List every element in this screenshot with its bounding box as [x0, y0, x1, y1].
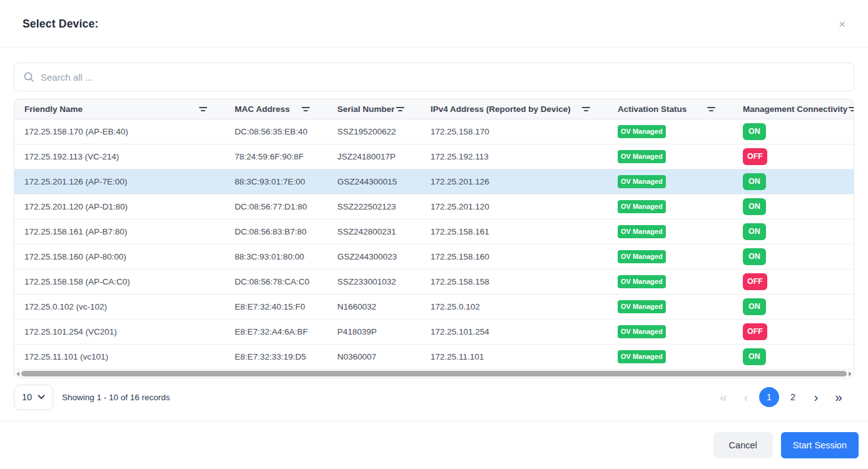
cell-friendly-name: 172.25.158.161 (AP-B7:80): [14, 219, 225, 244]
cell-activation-status: OV Managed: [608, 144, 733, 169]
cell-mac-address: DC:08:56:78:CA:C0: [225, 270, 327, 294]
cell-activation-status: OV Managed: [608, 119, 733, 144]
connectivity-badge: ON: [743, 248, 766, 265]
table-row[interactable]: 172.25.201.120 (AP-D1:80)DC:08:56:77:D1:…: [14, 194, 854, 219]
column-header-4: IPv4 Address (Reported by Device): [421, 99, 608, 119]
page-button-1[interactable]: 1: [759, 387, 779, 407]
cell-ipv4-address: 172.25.192.113: [421, 144, 608, 169]
column-header-6: Management Connectivity: [733, 99, 854, 119]
cell-mac-address: DC:08:56:35:EB:40: [225, 119, 327, 144]
cell-ipv4-address: 172.25.201.126: [421, 169, 608, 194]
cell-activation-status: OV Managed: [608, 345, 733, 369]
cell-management-connectivity: ON: [733, 219, 854, 244]
filter-icon[interactable]: [198, 106, 208, 113]
activation-status-badge: OV Managed: [618, 250, 666, 263]
cell-mac-address: E8:E7:32:40:15:F0: [225, 295, 327, 319]
cell-ipv4-address: 172.25.158.158: [421, 270, 608, 294]
filter-icon[interactable]: [395, 106, 406, 113]
activation-status-badge: OV Managed: [618, 225, 666, 238]
cancel-button[interactable]: Cancel: [713, 432, 773, 458]
cell-activation-status: OV Managed: [608, 320, 733, 344]
filter-icon[interactable]: [847, 106, 854, 113]
cell-activation-status: OV Managed: [608, 295, 733, 319]
cell-friendly-name: 172.25.192.113 (VC-214): [14, 144, 225, 169]
table-row[interactable]: 172.25.201.126 (AP-7E:00)88:3C:93:01:7E:…: [14, 169, 854, 194]
connectivity-badge: ON: [743, 223, 766, 240]
page-button-2[interactable]: 2: [783, 387, 803, 407]
activation-status-badge: OV Managed: [618, 350, 666, 363]
cell-ipv4-address: 172.25.11.101: [421, 345, 608, 369]
cell-management-connectivity: OFF: [733, 320, 854, 344]
table-row[interactable]: 172.25.158.158 (AP-CA:C0)DC:08:56:78:CA:…: [14, 270, 854, 295]
search-input[interactable]: [41, 72, 845, 83]
cell-serial-number: SSZ242800231: [327, 219, 421, 244]
column-label: Serial Number: [337, 104, 395, 114]
scrollbar-thumb[interactable]: [21, 371, 847, 376]
table-body: 172.25.158.170 (AP-EB:40)DC:08:56:35:EB:…: [14, 119, 854, 370]
search-box[interactable]: [14, 63, 854, 91]
page-size-select[interactable]: 10: [14, 385, 53, 410]
device-table: Friendly NameMAC AddressSerial NumberIPv…: [14, 99, 854, 378]
connectivity-badge: OFF: [743, 323, 767, 340]
cell-serial-number: SSZ233001032: [327, 270, 421, 294]
table-row[interactable]: 172.25.158.170 (AP-EB:40)DC:08:56:35:EB:…: [14, 119, 854, 144]
filter-icon[interactable]: [706, 106, 717, 113]
cell-serial-number: N1660032: [327, 295, 421, 319]
table-row[interactable]: 172.25.101.254 (VC201)E8:E7:32:A4:6A:BFP…: [14, 320, 854, 345]
connectivity-badge: OFF: [743, 148, 767, 165]
cell-friendly-name: 172.25.158.158 (AP-CA:C0): [14, 270, 225, 294]
first-page-button[interactable]: «: [714, 387, 733, 407]
table-row[interactable]: 172.25.11.101 (vc101)E8:E7:32:33:19:D5N0…: [14, 345, 854, 370]
cell-ipv4-address: 172.25.0.102: [421, 295, 608, 319]
last-page-button[interactable]: »: [829, 387, 848, 407]
column-header-1: Friendly Name: [14, 99, 225, 119]
table-row[interactable]: 172.25.192.113 (VC-214)78:24:59:6F:90:8F…: [14, 144, 854, 169]
cell-mac-address: E8:E7:32:A4:6A:BF: [225, 320, 327, 344]
cell-friendly-name: 172.25.0.102 (vc-102): [14, 295, 225, 319]
table-row[interactable]: 172.25.158.161 (AP-B7:80)DC:08:56:83:B7:…: [14, 219, 854, 245]
cell-serial-number: SSZ195200622: [327, 119, 421, 144]
table-row[interactable]: 172.25.0.102 (vc-102)E8:E7:32:40:15:F0N1…: [14, 295, 854, 320]
modal-content: Friendly NameMAC AddressSerial NumberIPv…: [0, 48, 868, 410]
column-label: IPv4 Address (Reported by Device): [431, 104, 571, 114]
cell-management-connectivity: OFF: [733, 144, 854, 169]
close-icon[interactable]: ×: [834, 16, 850, 33]
connectivity-badge: ON: [743, 173, 766, 190]
cell-friendly-name: 172.25.201.126 (AP-7E:00): [14, 169, 225, 194]
start-session-button[interactable]: Start Session: [781, 432, 859, 458]
chevron-down-icon: [38, 395, 45, 400]
activation-status-badge: OV Managed: [618, 275, 666, 288]
cell-ipv4-address: 172.25.158.170: [421, 119, 608, 144]
connectivity-badge: ON: [743, 198, 766, 215]
column-header-5: Activation Status: [608, 99, 733, 119]
scroll-right-arrow-icon[interactable]: [849, 371, 852, 376]
cell-serial-number: GSZ244300015: [327, 169, 421, 194]
cell-activation-status: OV Managed: [608, 169, 733, 194]
modal-title: Select Device:: [23, 18, 98, 31]
connectivity-badge: ON: [743, 298, 766, 315]
filter-icon[interactable]: [581, 106, 591, 113]
next-page-button[interactable]: ›: [807, 387, 825, 407]
cell-serial-number: JSZ24180017P: [327, 144, 421, 169]
horizontal-scrollbar[interactable]: [14, 370, 854, 378]
records-summary: Showing 1 - 10 of 16 records: [62, 393, 170, 402]
cell-serial-number: P418039P: [327, 320, 421, 344]
filter-icon[interactable]: [300, 106, 311, 113]
prev-page-button[interactable]: ‹: [737, 387, 755, 407]
table-row[interactable]: 172.25.158.160 (AP-80:00)88:3C:93:01:80:…: [14, 245, 854, 270]
cell-management-connectivity: ON: [733, 169, 854, 194]
scroll-left-arrow-icon[interactable]: [16, 371, 19, 376]
cell-ipv4-address: 172.25.201.120: [421, 194, 608, 219]
cell-ipv4-address: 172.25.101.254: [421, 320, 608, 344]
cell-serial-number: GSZ244300023: [327, 245, 421, 269]
cell-management-connectivity: OFF: [733, 270, 854, 294]
cell-mac-address: 88:3C:93:01:80:00: [225, 245, 327, 269]
cell-ipv4-address: 172.25.158.161: [421, 219, 608, 244]
cell-activation-status: OV Managed: [608, 194, 733, 219]
activation-status-badge: OV Managed: [618, 150, 666, 163]
cell-serial-number: N0360007: [327, 345, 421, 369]
activation-status-badge: OV Managed: [618, 325, 666, 338]
cell-ipv4-address: 172.25.158.160: [421, 245, 608, 269]
cell-friendly-name: 172.25.158.170 (AP-EB:40): [14, 119, 225, 144]
cell-management-connectivity: ON: [733, 245, 854, 269]
